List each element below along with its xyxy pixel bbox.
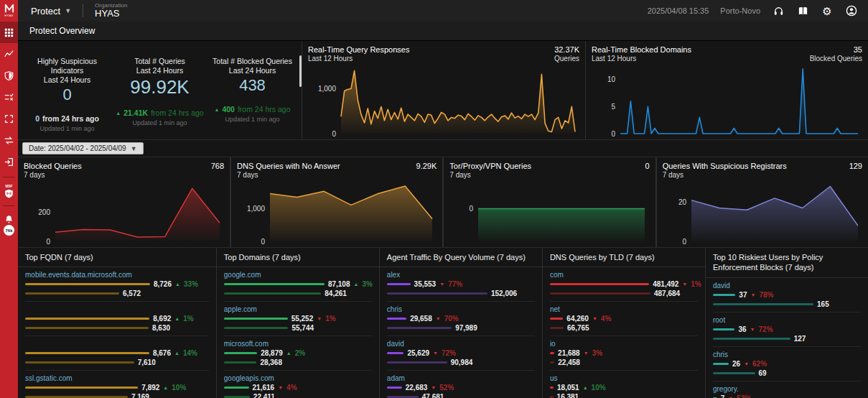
product-switcher[interactable]: Protect ▼ [31,6,71,17]
svg-text:1,000: 1,000 [247,205,265,213]
previous-value-bar [25,292,119,295]
current-value-bar [25,318,149,320]
svg-text:0: 0 [261,238,265,246]
chart-title: Blocked Queries [24,162,82,170]
apps-grid-icon [4,28,14,37]
list-item: alex35,553▼77%152,006 [387,267,535,302]
previous-value: 7,610 [138,358,156,366]
list-title: Top 10 Riskiest Users by Policy Enforcem… [706,248,868,278]
entity-link[interactable]: net [550,305,698,314]
sidebar-item-protection[interactable] [0,65,18,86]
up-arrow-icon: ▲ [163,385,168,390]
current-value: 8,726 [154,280,172,288]
chart-subtitle: 7 days [663,171,787,179]
current-value: 26 [732,360,740,368]
kpi-delta-suffix: from 24 hrs ago [238,105,291,114]
entity-link[interactable]: ssl.gstatic.com [25,374,209,383]
down-arrow-icon: ▼ [750,327,755,332]
previous-value: 47,681 [422,393,444,398]
current-value: 55,252 [291,315,314,323]
blocked-queries-7d-svg: 2000 [24,179,224,246]
entity-link[interactable]: adam [387,374,535,383]
current-value: 28,879 [261,349,283,357]
percent-change: 72% [442,349,456,357]
user-avatar-icon [846,5,857,17]
down-arrow-icon: ▼ [682,282,687,287]
transfer-arrows-icon [4,136,14,145]
kpi-panel: Highly Suspicious Indicators Last 24 Hou… [18,41,302,139]
previous-value-bar [550,361,554,364]
entity-link[interactable] [25,305,209,314]
shield-icon [4,71,14,80]
previous-value-bar [224,361,257,364]
entity-link[interactable]: microsoft.com [224,340,372,348]
chart-title: Real-Time Blocked Domains [592,45,691,54]
support-button[interactable] [772,4,785,17]
sidebar-item-transfer[interactable] [0,129,18,151]
entity-link[interactable]: googleapis.com [224,374,372,383]
chart-total-label: Queries [554,55,579,63]
realtime-blocked-domains-panel: Real-Time Blocked DomainsLast 12 Hours 3… [585,41,868,139]
current-value: 25,629 [407,349,429,357]
entity-link[interactable]: root [713,316,861,325]
current-value: 7,892 [141,384,159,392]
svg-text:0: 0 [332,130,336,138]
entity-link[interactable]: david [713,282,861,290]
kpi-updated: Updated 1 min ago [225,116,279,123]
percent-change: 2% [295,349,305,357]
percent-change: 14% [183,349,197,357]
previous-value-bar [25,327,149,329]
realtime-blocked-domains-svg: 1050 [592,63,862,138]
previous-value-bar [387,361,447,364]
previous-value: 22,458 [558,358,580,366]
list-item: microsoft.com28,879▲2%28,368 [224,336,372,371]
hyas-logo[interactable]: HYAS [0,0,18,22]
settings-button[interactable]: ⚙ [821,4,834,17]
previous-value: 7,169 [131,393,149,398]
account-button[interactable] [845,4,858,17]
kpi-updated: Updated 1 min ago [132,119,187,126]
current-value-bar [25,387,138,389]
entity-link[interactable]: chris [713,351,861,359]
current-value: 8,692 [153,315,171,323]
sidebar-item-deploy[interactable] [0,151,18,172]
docs-button[interactable] [796,4,809,17]
dns-no-answer-panel: DNS Queries with No Answer7 days 9.29K 1… [230,157,443,247]
sidebar-item-alerts[interactable]: 76k [0,215,18,236]
list-item: apple.com55,252▼1%55,744 [224,302,372,336]
hyas-logo-icon [4,4,14,13]
blocked-queries-panel: Blocked Queries7 days 768 2000 [18,157,230,247]
headset-icon [773,6,784,17]
scrollbar-thumb[interactable] [299,55,302,87]
entity-link[interactable]: apple.com [224,305,372,314]
sidebar-item-msp[interactable]: MSP [0,185,18,198]
entity-link[interactable]: mobile.events.data.microsoft.com [25,271,209,279]
down-arrow-icon: ▼ [431,385,436,390]
sidebar-item-expand[interactable] [0,108,18,129]
kpi-total-queries: Total # Queries Last 24 Hours 99.92K ▲21… [113,48,206,132]
entity-link[interactable]: david [387,340,535,348]
entity-link[interactable]: com [550,271,698,279]
previous-value: 165 [817,300,829,308]
sidebar-item-verdicts[interactable] [0,86,18,108]
suspicious-registrars-chart: 200 [663,179,862,249]
topbar-divider [83,4,83,17]
previous-value: 69 [759,369,767,377]
current-value: 22,683 [406,384,428,392]
entity-link[interactable]: alex [387,271,535,279]
sidebar-item-overview[interactable] [0,22,18,43]
entity-link[interactable]: gregory. [713,385,861,394]
entity-link[interactable]: us [550,374,698,383]
previous-value-bar [713,372,755,374]
entity-link[interactable] [25,340,209,348]
sidebar-item-trends[interactable] [0,43,18,65]
entity-link[interactable]: google.com [224,271,372,279]
entity-link[interactable]: io [550,340,698,348]
previous-value-bar [25,361,134,364]
date-range-select[interactable]: Date: 2025/04/02 - 2025/04/09 ▼ [22,142,144,154]
current-value: 481,492 [653,280,678,288]
list-item: 8,692▲1%8,630 [25,302,209,336]
previous-value-bar [224,327,289,329]
hyas-protect-dashboard: HYAS [0,0,868,398]
entity-link[interactable]: chris [387,305,535,314]
